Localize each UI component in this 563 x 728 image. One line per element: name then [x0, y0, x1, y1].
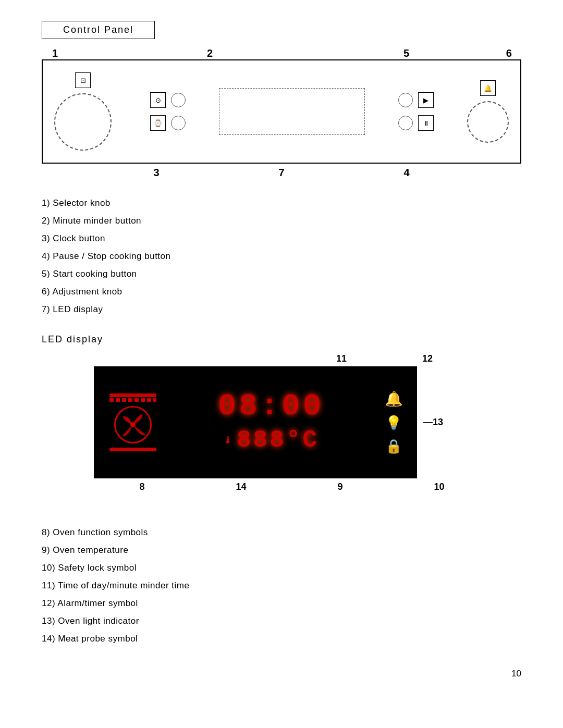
legend-item-5: 5) Start cooking button: [42, 265, 521, 283]
label-num-3: 3: [153, 167, 159, 179]
legend-item-6: 6) Adjustment knob: [42, 283, 521, 301]
page-number: 10: [42, 669, 521, 679]
bottom-heater: [109, 448, 156, 451]
clock-icon: ⌚: [150, 115, 166, 131]
fan-symbol: [114, 406, 152, 443]
legend-item-3: 3) Clock button: [42, 230, 521, 248]
label-num-1: 1: [52, 47, 58, 59]
light-icon: 💡: [385, 415, 402, 431]
led-label-12: 12: [422, 353, 433, 364]
legend-item-1: 1) Selector knob: [42, 194, 521, 212]
oven-function-symbols: [104, 393, 162, 451]
led-label-14: 14: [236, 482, 246, 492]
adjustment-knob: 🔔: [467, 80, 509, 143]
start-btn-circle: [398, 93, 413, 107]
panel-bottom-labels: 3 7 4: [42, 167, 521, 179]
adjustment-knob-circle: [467, 101, 509, 143]
adjustment-knob-icon-box: 🔔: [480, 80, 496, 96]
start-cooking-row: ▶: [398, 92, 434, 108]
adjustment-icon: 🔔: [484, 84, 492, 92]
meat-probe-icon: 🌡: [223, 434, 234, 446]
led-display-row: 08:00 🌡 888°C 🔔 💡 🔒 —13: [94, 366, 521, 478]
led-label-9: 9: [337, 482, 342, 492]
label-num-7: 7: [278, 167, 284, 179]
minute-minder-row: ⊙: [150, 92, 186, 108]
label-num-2: 2: [207, 47, 213, 59]
pause-btn-circle: [398, 116, 413, 130]
label-num-5: 5: [403, 47, 409, 59]
led-panel-display: [219, 88, 365, 135]
right-status-icons: 🔔 💡 🔒: [381, 390, 407, 454]
legend2-item-8: 8) Oven function symbols: [42, 524, 521, 541]
buttons-group-right: ▶ ⏸: [398, 92, 434, 131]
selector-knob-circle: [54, 93, 112, 151]
time-digits: 08:00: [218, 391, 324, 422]
label-num-6: 6: [506, 47, 512, 59]
minute-minder-btn-circle: [171, 93, 186, 107]
legend-item-4: 4) Pause / Stop cooking button: [42, 248, 521, 265]
buttons-group-left: ⊙ ⌚: [150, 92, 186, 131]
minute-minder-icon: ⊙: [150, 92, 166, 108]
led-label-13: —13: [423, 417, 443, 428]
led-display-box: 08:00 🌡 888°C 🔔 💡 🔒: [94, 366, 417, 478]
led-top-labels: 11 12: [42, 353, 521, 364]
time-temp-display: 08:00 🌡 888°C: [172, 391, 370, 454]
selector-knob: ⊡: [54, 72, 112, 151]
clock-btn-circle: [171, 116, 186, 130]
panel-diagram: 1 2 5 6 ⊡ ⊙ ⌚: [42, 47, 521, 179]
top-heater: [109, 393, 156, 397]
selector-icon: ⊡: [80, 77, 86, 84]
fan-svg: [117, 409, 149, 440]
led-bottom-labels: 8 14 9 10: [42, 482, 521, 492]
legend2-item-13: 13) Oven light indicator: [42, 612, 521, 630]
led-display-legend: 8) Oven function symbols 9) Oven tempera…: [42, 524, 521, 648]
led-section-title: LED display: [42, 334, 521, 345]
clock-row: ⌚: [150, 115, 186, 131]
label-num-4: 4: [403, 167, 409, 179]
legend2-item-12: 12) Alarm/timer symbol: [42, 595, 521, 612]
start-cooking-icon: ▶: [418, 92, 434, 108]
alarm-icon: 🔔: [385, 390, 403, 408]
selector-knob-icon-box: ⊡: [75, 72, 91, 88]
led-label-8: 8: [139, 482, 144, 492]
legend2-item-14: 14) Meat probe symbol: [42, 630, 521, 648]
pause-stop-row: ⏸: [398, 115, 434, 131]
top-heater-wave: [109, 398, 156, 402]
legend2-item-11: 11) Time of day/minute minder time: [42, 577, 521, 595]
control-panel-title: Control Panel: [42, 21, 155, 39]
legend2-item-10: 10) Safety lock symbol: [42, 559, 521, 577]
led-diagram-wrapper: 11 12: [42, 353, 521, 492]
pause-stop-icon: ⏸: [418, 115, 434, 131]
lock-icon: 🔒: [385, 438, 402, 454]
panel-content-box: ⊡ ⊙ ⌚ ▶ ⏸: [42, 59, 521, 164]
temp-row: 🌡 888°C: [223, 427, 319, 454]
control-panel-legend: 1) Selector knob 2) Minute minder button…: [42, 194, 521, 318]
led-label-10: 10: [434, 482, 444, 492]
panel-top-labels: 1 2 5 6: [42, 47, 521, 59]
legend-item-7: 7) LED display: [42, 301, 521, 318]
legend2-item-9: 9) Oven temperature: [42, 541, 521, 559]
temp-digits: 888°C: [237, 427, 319, 454]
legend-item-2: 2) Minute minder button: [42, 212, 521, 230]
led-label-11: 11: [336, 353, 347, 364]
